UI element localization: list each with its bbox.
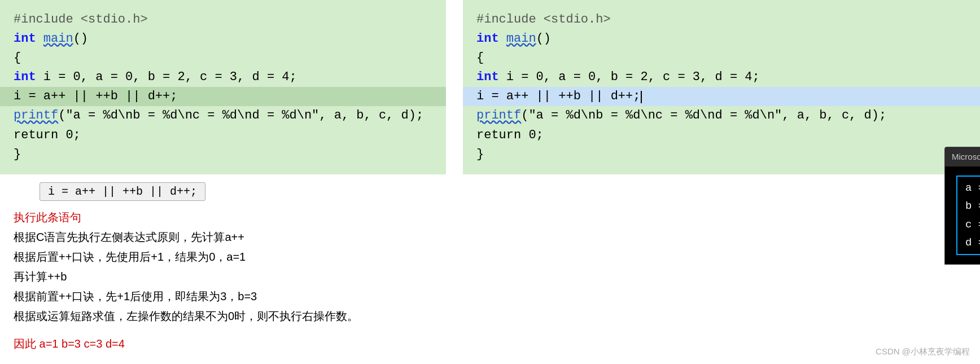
expl-line-5: 根据前置++口诀，先+1后使用，即结果为3，b=3	[14, 287, 449, 306]
right-preprocessor: #include <stdio.h>	[476, 12, 611, 27]
code-editor-left: #include <stdio.h> int main() { int i = …	[0, 0, 446, 174]
tooltip-box: i = a++ || ++b || d++;	[40, 182, 205, 201]
explanation-area: 执行此条语句 根据C语言先执行左侧表达式原则，先计算a++ 根据后置++口诀，先…	[0, 201, 463, 354]
expl-spacer	[14, 326, 449, 334]
text-cursor	[641, 91, 642, 103]
vs-panel: Microsoft Visual Studio 调试控 × + ∨ a = 1 …	[944, 147, 980, 265]
code-line-3: {	[14, 49, 432, 68]
expl-line-2: 根据C语言先执行左侧表达式原则，先计算a++	[14, 227, 449, 247]
keyword-int-left: int	[14, 32, 36, 46]
expl-line-6: 根据或运算短路求值，左操作数的结果不为0时，则不执行右操作数。	[14, 306, 449, 326]
vs-output-line-1: a = 1	[965, 179, 980, 197]
right-fn-main: main	[506, 32, 536, 46]
vs-output: a = 1 b = 3 c = 3 d = 4	[945, 166, 980, 264]
right-code-line-8: }	[476, 145, 966, 164]
fn-main-left: main	[43, 32, 73, 46]
right-keyword-int-2: int	[476, 70, 499, 84]
right-code-line-6: printf("a = %d\nb = %d\nc = %d\nd = %d\n…	[476, 106, 966, 125]
code-line-2: int main()	[14, 29, 432, 49]
code-line-4: int i = 0, a = 0, b = 2, c = 3, d = 4;	[14, 68, 432, 87]
code-line-1: #include <stdio.h>	[14, 10, 432, 29]
right-highlighted-line: i = a++ || ++b || d++;	[463, 87, 980, 106]
keyword-int-2-left: int	[14, 70, 36, 84]
vs-titlebar: Microsoft Visual Studio 调试控 × + ∨	[945, 147, 980, 166]
code-line-6: printf("a = %d\nb = %d\nc = %d\nd = %d\n…	[14, 106, 432, 125]
left-panel: #include <stdio.h> int main() { int i = …	[0, 0, 463, 364]
vs-output-line-2: b = 3	[965, 197, 980, 215]
vs-output-line-4: d = 4	[965, 234, 980, 252]
right-code-line-3: {	[476, 49, 966, 68]
right-keyword-int: int	[476, 32, 499, 46]
expl-line-conclusion: 因此 a=1 b=3 c=3 d=4	[14, 334, 449, 354]
fn-printf-left: printf	[14, 108, 58, 122]
csdn-watermark: CSDN @小林烹夜学编程	[876, 347, 970, 357]
expl-line-3: 根据后置++口诀，先使用后+1，结果为0，a=1	[14, 247, 449, 267]
right-panel: #include <stdio.h> int main() { int i = …	[463, 0, 980, 364]
right-fn-printf: printf	[476, 108, 521, 122]
code-line-7: return 0;	[14, 126, 432, 145]
vs-title: Microsoft Visual Studio 调试控	[952, 152, 980, 163]
vs-output-line-3: c = 3	[965, 216, 980, 234]
tooltip-area: i = a++ || ++b || d++;	[0, 174, 463, 201]
right-code-line-1: #include <stdio.h>	[476, 10, 966, 29]
code-editor-right: #include <stdio.h> int main() { int i = …	[463, 0, 980, 174]
right-code-line-2: int main()	[476, 29, 966, 49]
preprocessor: #include <stdio.h>	[14, 12, 148, 27]
highlighted-line-left: i = a++ || ++b || d++;	[0, 87, 446, 106]
code-line-8: }	[14, 145, 432, 164]
right-code-line-7: return 0;	[476, 126, 966, 145]
right-code-line-4: int i = 0, a = 0, b = 2, c = 3, d = 4;	[476, 68, 966, 87]
vs-output-box: a = 1 b = 3 c = 3 d = 4	[956, 176, 980, 255]
expl-line-4: 再计算++b	[14, 267, 449, 287]
expl-line-1: 执行此条语句	[14, 208, 449, 227]
